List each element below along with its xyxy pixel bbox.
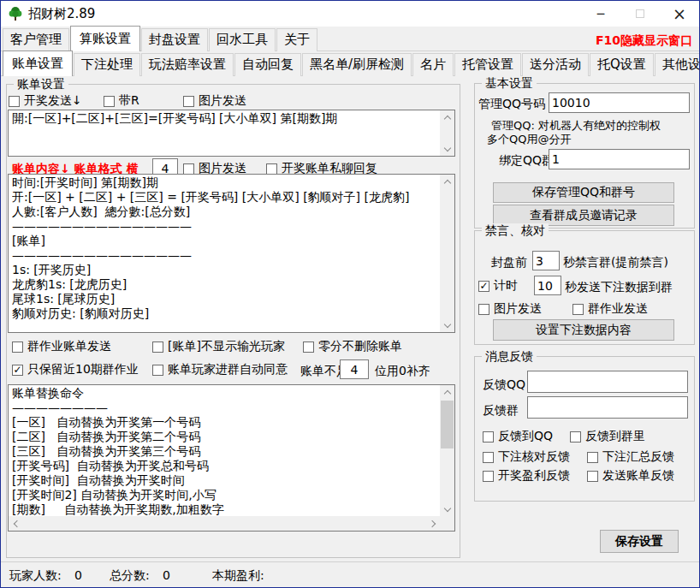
checkbox-box [587,471,598,482]
checkbox-label: 计时 [494,278,518,294]
minimize-icon: ─ [597,7,604,21]
checkbox-send-bill-feedback[interactable]: 发送账单反馈 [587,468,674,484]
checkbox-box [266,163,277,175]
scroll-up-button[interactable] [440,110,454,125]
app-window: 招财树2.89 ─ × 客户管理 算账设置 封盘设置 回水工具 关于 F10隐藏… [0,0,700,588]
minimize-button[interactable]: ─ [581,1,620,27]
checkbox-box [152,365,163,376]
vertical-scrollbar[interactable] [440,110,454,156]
message-feedback-group: 消息反馈 反馈QQ 反馈群 反馈到QQ 反馈到群里 下注核对反馈 下注汇总反馈 [474,356,695,502]
checkbox-label: 群作业发送 [588,301,648,317]
checkbox-image-send[interactable]: 图片发送 [183,93,246,109]
pad-label-post: 位用0补齐 [375,364,430,379]
page-content: 账单设置 开奖发送↓ 带R 图片发送 開:[一区]+[二区]+[三区]=[开奖号… [1,76,699,561]
tab-gift-points[interactable]: 送分活动 [522,53,589,76]
scroll-left-button[interactable] [9,516,23,531]
vertical-scrollbar[interactable] [440,385,454,516]
feedback-group-input[interactable] [527,396,688,419]
tab-accounting-settings[interactable]: 算账设置 [70,26,140,51]
checkbox-draw-send[interactable]: 开奖发送↓ [9,93,82,109]
total-score-value: 0 [163,568,170,582]
replace-command-box[interactable]: 账单替换命令 ———————— [一区] 自动替换为开奖第一个号码 [二区] 自… [8,384,455,532]
checkbox-zero-keep-bill[interactable]: 零分不删除账单 [303,339,402,354]
save-admin-qq-button[interactable]: 保存管理QQ和群号 [493,182,674,203]
draw-template-text[interactable]: 開:[一区]+[二区]+[三区]=[开奖号码] [大小单双] 第[期数]期 [12,111,437,155]
checkbox-image-send-mute[interactable]: 图片发送 [478,301,542,317]
tab-bill-settings[interactable]: 账单设置 [3,50,73,76]
seal-seconds-input[interactable] [532,251,560,270]
scroll-right-button[interactable] [425,516,440,531]
set-bet-data-button[interactable]: 设置下注数据内容 [493,319,674,341]
vertical-scrollbar[interactable] [440,175,454,332]
players-count-label: 玩家人数: [9,568,62,584]
tab-odds-settings[interactable]: 玩法赔率设置 [141,53,234,76]
maximize-button[interactable] [620,1,660,27]
bill-template-text[interactable]: 时间:[开奖时间] 第[期数]期 开:[一区] + [二区] + [三区] = … [12,175,437,331]
checkbox-with-r[interactable]: 带R [104,93,139,109]
save-settings-button[interactable]: 保存设置 [600,530,679,553]
scroll-up-button[interactable] [440,385,454,400]
timing-seconds-input[interactable] [534,276,561,295]
checkbox-keep-last-10[interactable]: ✓ 只保留近10期群作业 [12,362,139,377]
chevron-down-icon [443,144,450,151]
checkbox-label: 零分不删除账单 [318,339,402,354]
tab-bet-processing[interactable]: 下注处理 [74,53,140,76]
checkbox-feedback-to-group[interactable]: 反馈到群里 [570,429,645,444]
checkbox-auto-accept-join[interactable]: 账单玩家进群自动同意 [152,362,288,377]
checkbox-label: 反馈到群里 [585,429,645,444]
replace-command-text[interactable]: 账单替换命令 ———————— [一区] 自动替换为开奖第一个号码 [二区] 自… [12,386,437,515]
checkbox-label: 下注核对反馈 [498,449,570,465]
checkbox-label: 群作业账单发送 [27,339,111,354]
basic-settings-group-title: 基本设置 [482,76,537,90]
bind-group-input[interactable] [549,149,690,169]
tab-tuo-q-settings[interactable]: 托Q设置 [590,53,654,76]
scrollbar-thumb[interactable] [441,401,454,448]
checkbox-bet-sum-feedback[interactable]: 下注汇总反馈 [587,449,674,465]
window-title: 招财树2.89 [28,6,95,22]
checkbox-label: 只保留近10期群作业 [27,362,139,377]
checkbox-box [104,96,115,107]
mute-verify-group: 禁言、核对 封盘前 秒禁言群(提前禁言) ✓ 计时 秒发送下注数据到群 图片发送… [474,230,695,345]
tab-name-card[interactable]: 名片 [412,53,454,76]
tab-customer-management[interactable]: 客户管理 [3,28,69,51]
tab-auto-reply[interactable]: 自动回复 [234,53,301,76]
checkbox-timing[interactable]: ✓ 计时 [478,278,518,294]
checkbox-label: 开奖盈利反馈 [498,468,570,484]
checkbox-box [570,431,581,442]
checkbox-hide-broke-players[interactable]: [账单]不显示输光玩家 [152,339,285,354]
scroll-up-button[interactable] [440,175,454,189]
tree-app-icon [8,6,23,21]
checkbox-group-job-send-mute[interactable]: 群作业发送 [572,301,648,317]
bind-group-label: 绑定QQ群 [499,153,554,169]
pad-digits-input[interactable] [340,359,369,379]
tab-blacklist-spam[interactable]: 黑名单/刷屏检测 [302,53,412,76]
tab-about[interactable]: 关于 [276,28,317,51]
scroll-down-button[interactable] [440,141,454,156]
close-button[interactable]: × [660,1,699,27]
checkbox-feedback-to-qq[interactable]: 反馈到QQ [483,429,553,444]
players-count-value: 0 [74,568,82,582]
scroll-down-button[interactable] [440,318,454,332]
checkbox-box [183,163,194,175]
tab-seal-settings[interactable]: 封盘设置 [141,28,208,51]
checkbox-box [478,304,489,315]
checkbox-box [587,452,598,463]
checkbox-box [572,304,584,315]
timing-post-label: 秒发送下注数据到群 [565,280,673,295]
scroll-down-button[interactable] [440,502,454,516]
draw-template-box[interactable]: 開:[一区]+[二区]+[三区]=[开奖号码] [大小单双] 第[期数]期 [8,110,455,157]
horizontal-scrollbar[interactable] [9,516,440,531]
checkbox-bet-check-feedback[interactable]: 下注核对反馈 [483,449,570,465]
admin-help-line2: 多个QQ用@分开 [487,132,571,147]
feedback-qq-input[interactable] [527,371,688,393]
admin-qq-input[interactable] [549,92,690,113]
tab-hosting-settings[interactable]: 托管设置 [454,53,521,76]
tab-other-settings[interactable]: 其他设置 [655,53,700,76]
checkbox-group-job-bill-send[interactable]: 群作业账单发送 [12,339,111,354]
window-controls: ─ × [581,1,699,27]
bill-template-box[interactable]: 时间:[开奖时间] 第[期数]期 开:[一区] + [二区] + [三区] = … [8,174,455,333]
checkbox-draw-profit-feedback[interactable]: 开奖盈利反馈 [483,468,570,484]
tab-rebate-tool[interactable]: 回水工具 [209,28,276,51]
message-feedback-group-title: 消息反馈 [482,349,537,363]
chevron-right-icon [428,520,435,526]
